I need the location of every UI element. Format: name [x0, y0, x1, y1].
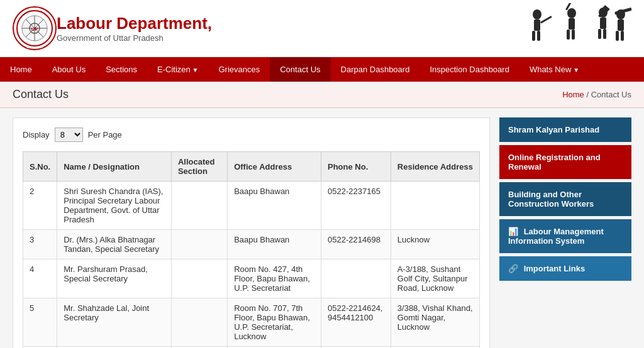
svg-rect-21	[603, 29, 606, 39]
table-row: 2 Shri Suresh Chandra (IAS), Principal S…	[23, 182, 480, 230]
cell-phone	[321, 259, 391, 298]
workers-svg	[518, 3, 631, 50]
table-row: 3 Dr. (Mrs.) Alka Bhatnagar Tandan, Spec…	[23, 230, 480, 259]
breadcrumb-separator: /	[586, 90, 591, 99]
col-sno: S.No.	[23, 152, 57, 182]
cell-phone: 0522-2214698	[321, 230, 391, 259]
main-nav: Home About Us Sections E-Citizen Grievan…	[0, 57, 644, 82]
header-title: Labour Department, Government of Uttar P…	[57, 14, 212, 43]
logo: UP	[13, 6, 57, 50]
sidebar: Shram Kalyan Parishad Online Registratio…	[499, 117, 631, 348]
content-area: Display 8 16 24 32 Per Page S.No. Name /…	[13, 117, 490, 348]
nav-inspection-dashboard[interactable]: Inspection Dashboard	[419, 57, 519, 82]
cell-office: Room No. 427, 4th Floor, Bapu Bhawan, U.…	[228, 259, 321, 298]
svg-rect-9	[534, 19, 540, 31]
header: UP Labour Department, Government of Utta…	[0, 0, 644, 57]
table-row: 4 Mr. Parshuram Prasad, Special Secretar…	[23, 259, 480, 298]
org-name: Labour Department,	[57, 14, 212, 33]
online-reg-label: Online Registration and Renewal	[508, 153, 601, 171]
nav-ecitizen[interactable]: E-Citizen	[147, 57, 208, 82]
svg-point-13	[567, 8, 576, 18]
cell-name: Mr. Shahzade Lal, Joint Secretary	[57, 298, 172, 347]
cell-phone: 0522-2214624, 9454412100	[321, 298, 391, 347]
svg-rect-20	[598, 29, 601, 39]
cell-section	[171, 259, 227, 298]
shram-kalyan-label: Shram Kalyan Parishad	[508, 125, 599, 134]
sidebar-shram-kalyan[interactable]: Shram Kalyan Parishad	[499, 117, 631, 142]
nav-whats-new[interactable]: Whats New	[519, 57, 589, 82]
cell-section	[171, 298, 227, 347]
nav-sections[interactable]: Sections	[96, 57, 147, 82]
svg-rect-16	[572, 30, 575, 40]
cell-name: Shri Suresh Chandra (IAS), Principal Sec…	[57, 182, 172, 230]
sidebar-bocw[interactable]: Building and Other Construction Workers	[499, 182, 631, 216]
cell-section	[171, 230, 227, 259]
svg-text:UP: UP	[31, 26, 38, 32]
breadcrumb-home[interactable]: Home	[562, 90, 584, 99]
nav-ecitizen-dropdown[interactable]: E-Citizen	[147, 57, 208, 82]
main-content: Display 8 16 24 32 Per Page S.No. Name /…	[0, 108, 644, 348]
svg-rect-14	[569, 18, 575, 30]
nav-whats-new-dropdown[interactable]: Whats New	[519, 57, 589, 82]
contact-table: S.No. Name / Designation Allocated Secti…	[23, 151, 480, 348]
svg-point-8	[533, 9, 541, 19]
breadcrumb-bar: Contact Us Home / Contact Us	[0, 82, 644, 108]
nav-home[interactable]: Home	[0, 57, 42, 82]
sidebar-important-links[interactable]: 🔗 Important Links	[499, 256, 631, 281]
sidebar-lmis[interactable]: 📊 Labour Management Information System	[499, 219, 631, 253]
per-page-label: Per Page	[88, 130, 122, 139]
org-sub: Government of Uttar Pradesh	[57, 33, 212, 43]
cell-residence	[391, 182, 479, 230]
nav-grievances[interactable]: Grievances	[208, 57, 270, 82]
nav-darpan-dashboard[interactable]: Darpan Dashboard	[331, 57, 420, 82]
svg-rect-19	[600, 18, 606, 29]
links-icon: 🔗	[508, 264, 518, 273]
cell-residence: A-3/188, Sushant Golf City, Sultanpur Ro…	[391, 259, 479, 298]
svg-rect-11	[537, 31, 540, 41]
cell-sno: 5	[23, 298, 57, 347]
col-phone: Phone No.	[321, 152, 391, 182]
lmis-label: Labour Management Information System	[508, 227, 604, 246]
col-office: Office Address	[228, 152, 321, 182]
cell-sno: 2	[23, 182, 57, 230]
workers-silhouette-area	[518, 3, 631, 50]
col-name: Name / Designation	[57, 152, 172, 182]
page-title: Contact Us	[13, 88, 69, 101]
svg-rect-27	[621, 31, 624, 41]
svg-rect-12	[540, 16, 552, 24]
svg-rect-26	[616, 31, 619, 41]
nav-contact-us[interactable]: Contact Us	[270, 57, 330, 82]
cell-office: Room No. 707, 7th Floor, Bapu Bhawan, U.…	[228, 298, 321, 347]
cell-name: Dr. (Mrs.) Alka Bhatnagar Tandan, Specia…	[57, 230, 172, 259]
table-row: 5 Mr. Shahzade Lal, Joint Secretary Room…	[23, 298, 480, 347]
svg-rect-10	[532, 31, 535, 41]
display-label: Display	[23, 130, 50, 139]
links-label: Important Links	[524, 264, 586, 273]
cell-sno: 3	[23, 230, 57, 259]
logo-emblem: UP	[16, 9, 53, 47]
col-residence: Residence Address	[391, 152, 479, 182]
cell-name: Mr. Parshuram Prasad, Special Secretary	[57, 259, 172, 298]
sidebar-online-registration[interactable]: Online Registration and Renewal	[499, 145, 631, 179]
per-page-select[interactable]: 8 16 24 32	[55, 128, 83, 142]
lmis-icon: 📊	[508, 227, 518, 236]
col-section: Allocated Section	[171, 152, 227, 182]
cell-sno: 4	[23, 259, 57, 298]
cell-phone: 0522-2237165	[321, 182, 391, 230]
nav-about-us[interactable]: About Us	[42, 57, 96, 82]
svg-rect-25	[618, 19, 624, 31]
display-control: Display 8 16 24 32 Per Page	[23, 128, 480, 142]
breadcrumb-current: Contact Us	[591, 90, 631, 99]
cell-residence: Lucknow	[391, 230, 479, 259]
svg-rect-15	[567, 30, 570, 40]
cell-section	[171, 182, 227, 230]
cell-office: Baapu Bhawan	[228, 230, 321, 259]
cell-residence: 3/388, Vishal Khand, Gomti Nagar, Luckno…	[391, 298, 479, 347]
bocw-label: Building and Other Construction Workers	[508, 190, 594, 209]
breadcrumb: Home / Contact Us	[562, 90, 631, 99]
cell-office: Baapu Bhawan	[228, 182, 321, 230]
